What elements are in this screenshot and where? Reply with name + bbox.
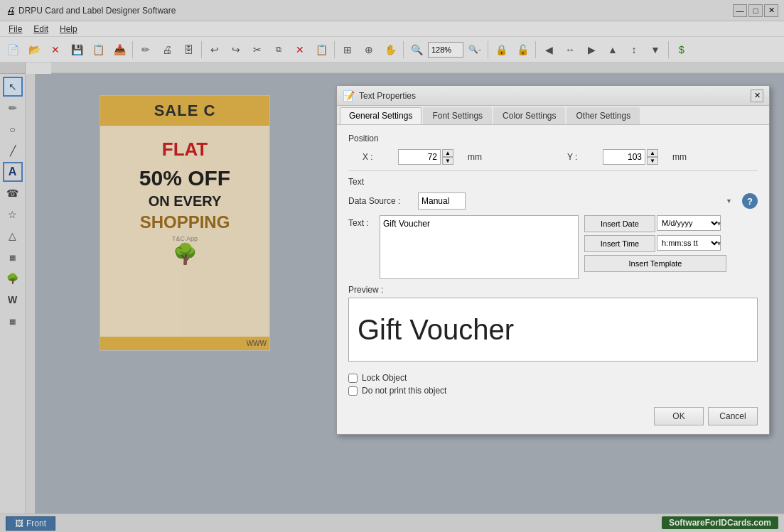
insert-date-row: Insert Date M/d/yyyy MM/dd/yyyy dd/MM/yy… bbox=[584, 215, 726, 232]
text-section: Text Data Source : Manual Database Seque… bbox=[348, 177, 758, 279]
datasource-select[interactable]: Manual Database Sequential bbox=[418, 192, 466, 210]
date-format-select[interactable]: M/d/yyyy MM/dd/yyyy dd/MM/yyyy bbox=[657, 215, 721, 231]
insert-time-button[interactable]: Insert Time bbox=[584, 235, 655, 252]
checkbox-section: Lock Object Do not print this object bbox=[337, 370, 769, 401]
x-spin-up[interactable]: ▲ bbox=[442, 149, 453, 157]
dialog-overlay: 📝 Text Properties ✕ General Settings Fon… bbox=[0, 0, 784, 532]
dialog-close-button[interactable]: ✕ bbox=[751, 89, 763, 102]
ok-button[interactable]: OK bbox=[654, 407, 704, 425]
text-textarea[interactable]: Gift Voucher bbox=[380, 215, 579, 279]
x-unit: mm bbox=[468, 152, 482, 162]
tab-font-settings[interactable]: Font Settings bbox=[423, 107, 492, 124]
x-label: X : bbox=[363, 152, 384, 162]
y-label: Y : bbox=[567, 152, 589, 162]
do-not-print-label: Do not print this object bbox=[362, 386, 446, 396]
x-input[interactable] bbox=[398, 149, 441, 165]
y-spin-buttons: ▲ ▼ bbox=[647, 149, 658, 165]
datasource-label: Data Source : bbox=[348, 196, 412, 206]
dialog-body: Position X : ▲ ▼ mm Y : bbox=[337, 125, 769, 370]
preview-section: Preview : Gift Voucher bbox=[348, 285, 758, 362]
dialog-footer: OK Cancel bbox=[337, 401, 769, 434]
help-button[interactable]: ? bbox=[742, 193, 758, 209]
do-not-print-checkbox[interactable] bbox=[348, 386, 358, 396]
y-spin-up[interactable]: ▲ bbox=[647, 149, 658, 157]
cancel-button[interactable]: Cancel bbox=[708, 407, 758, 425]
preview-label: Preview : bbox=[348, 285, 758, 295]
lock-object-row: Lock Object bbox=[348, 373, 758, 383]
y-unit: mm bbox=[672, 152, 687, 162]
text-section-label: Text bbox=[348, 177, 758, 187]
position-section: Position X : ▲ ▼ mm Y : bbox=[348, 134, 758, 165]
time-format-select[interactable]: h:mm:ss tt HH:mm:ss h:mm tt bbox=[657, 235, 721, 251]
lock-object-checkbox[interactable] bbox=[348, 374, 358, 383]
divider1 bbox=[348, 170, 758, 171]
preview-text: Gift Voucher bbox=[358, 314, 514, 346]
y-input[interactable] bbox=[603, 149, 645, 165]
datasource-select-wrap: Manual Database Sequential bbox=[418, 192, 736, 210]
tab-color-settings[interactable]: Color Settings bbox=[493, 107, 565, 124]
y-spin-down[interactable]: ▼ bbox=[647, 157, 658, 165]
insert-time-row: Insert Time h:mm:ss tt HH:mm:ss h:mm tt bbox=[584, 235, 726, 252]
text-row: Text : Gift Voucher Insert Date M/d/yyyy… bbox=[348, 215, 758, 279]
text-properties-dialog: 📝 Text Properties ✕ General Settings Fon… bbox=[336, 85, 770, 435]
dialog-title-bar: 📝 Text Properties ✕ bbox=[337, 86, 769, 106]
text-side-buttons: Insert Date M/d/yyyy MM/dd/yyyy dd/MM/yy… bbox=[584, 215, 726, 272]
insert-date-button[interactable]: Insert Date bbox=[584, 215, 655, 232]
position-label: Position bbox=[348, 134, 758, 143]
datasource-row: Data Source : Manual Database Sequential… bbox=[348, 192, 758, 210]
lock-object-label: Lock Object bbox=[362, 373, 407, 383]
position-row: X : ▲ ▼ mm Y : ▲ bbox=[363, 149, 758, 165]
tab-general-settings[interactable]: General Settings bbox=[340, 107, 421, 124]
preview-box: Gift Voucher bbox=[348, 298, 758, 362]
x-spin-buttons: ▲ ▼ bbox=[442, 149, 453, 165]
no-print-row: Do not print this object bbox=[348, 386, 758, 396]
text-label: Text : bbox=[348, 215, 374, 228]
x-spin-down[interactable]: ▼ bbox=[442, 157, 453, 165]
dialog-tab-bar: General Settings Font Settings Color Set… bbox=[337, 106, 769, 125]
dialog-title: Text Properties bbox=[359, 91, 746, 101]
insert-template-button[interactable]: Insert Template bbox=[584, 255, 726, 272]
y-spin-wrap: ▲ ▼ bbox=[603, 149, 658, 165]
x-spin-wrap: ▲ ▼ bbox=[398, 149, 453, 165]
date-format-wrap: M/d/yyyy MM/dd/yyyy dd/MM/yyyy bbox=[657, 215, 726, 232]
time-format-wrap: h:mm:ss tt HH:mm:ss h:mm tt bbox=[657, 235, 726, 252]
tab-other-settings[interactable]: Other Settings bbox=[566, 107, 640, 124]
dialog-icon: 📝 bbox=[343, 90, 355, 102]
